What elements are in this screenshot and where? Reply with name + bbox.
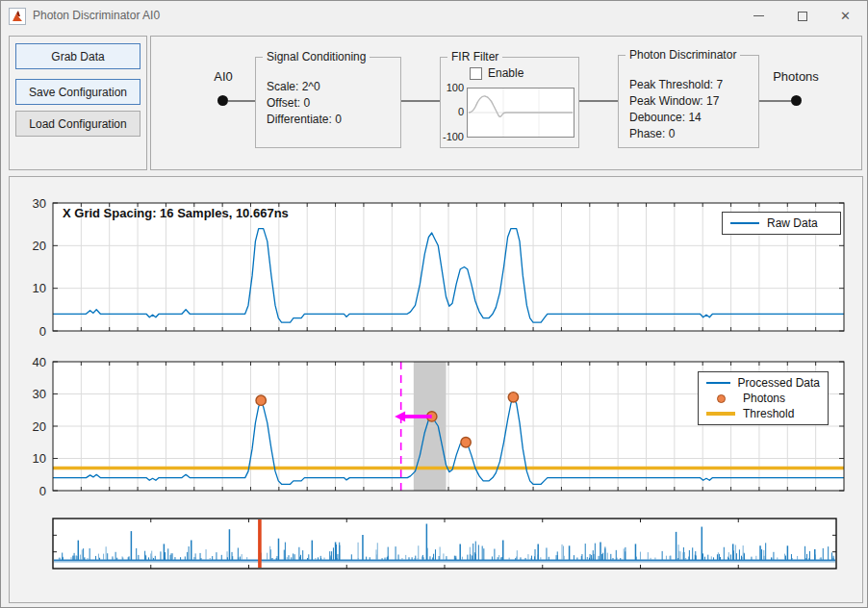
processed-plot-ytick: 30 [33, 387, 46, 401]
processed-legend-line [706, 382, 730, 384]
photon-marker[interactable] [256, 395, 266, 405]
differentiate-value: Differentiate: 0 [267, 112, 342, 128]
minimize-icon [753, 15, 764, 16]
photon-discriminator-group: Photon Discriminator Peak Threshold: 7 P… [618, 55, 759, 148]
raw-plot-ytick: 10 [33, 281, 46, 295]
raw-plot-ytick: 30 [33, 196, 46, 211]
input-node-dot [217, 95, 228, 106]
controls-panel: Grab Data Save Configuration Load Config… [9, 36, 147, 170]
offset-value: Offset: 0 [267, 95, 342, 112]
app-window: Photon Discriminator AI0 ✕ Grab Data Sav… [0, 0, 868, 608]
peak-threshold-value: Peak Threshold: 7 [629, 77, 723, 93]
threshold-legend-line [706, 412, 735, 416]
photon-marker[interactable] [508, 393, 518, 402]
close-button[interactable]: ✕ [824, 1, 867, 31]
fir-impulse-response-plot [467, 88, 574, 138]
load-configuration-button[interactable]: Load Configuration [15, 111, 140, 137]
fir-enable-checkbox[interactable] [470, 67, 482, 80]
photon-discriminator-title: Photon Discriminator [625, 48, 740, 62]
input-node-label: AI0 [205, 69, 242, 84]
fir-filter-title: FIR Filter [447, 50, 502, 63]
threshold-legend-label: Threshold [743, 407, 794, 420]
wire-discriminator-to-output [759, 100, 791, 102]
signal-conditioning-group: Signal Conditioning Scale: 2^0 Offset: 0… [255, 57, 401, 148]
maximize-icon [798, 12, 807, 21]
fir-enable-label: Enable [488, 66, 523, 80]
title-bar: Photon Discriminator AI0 ✕ [1, 1, 867, 31]
peak-window-value: Peak Window: 17 [629, 93, 723, 110]
plots-panel: 0102030010203040 X Grid Spacing: 16 Samp… [9, 176, 863, 603]
raw-plot-ytick: 0 [39, 324, 46, 339]
processed-legend-label: Processed Data [738, 376, 820, 390]
wire-conditioning-to-fir [401, 100, 440, 102]
zoom-window-band[interactable] [414, 362, 447, 491]
close-icon: ✕ [840, 9, 851, 23]
scale-value: Scale: 2^0 [267, 79, 342, 95]
window-controls: ✕ [737, 1, 867, 31]
window-title: Photon Discriminator AI0 [33, 9, 160, 22]
grid-spacing-annotation: X Grid Spacing: 16 Samples, 10.667ns [63, 206, 289, 220]
processed-plot-ytick: 0 [39, 484, 46, 498]
fir-filter-group: FIR Filter Enable 100 0 -100 [440, 57, 579, 148]
processed-plot-ytick: 40 [33, 355, 46, 369]
matlab-app-icon [9, 8, 26, 25]
debounce-value: Debounce: 14 [629, 110, 723, 126]
fir-ytick-neg100: -100 [439, 131, 464, 142]
minimize-button[interactable] [737, 1, 780, 31]
grab-data-button[interactable]: Grab Data [15, 43, 140, 69]
processed-plot-ytick: 20 [33, 419, 46, 434]
output-node-dot [791, 95, 802, 106]
maximize-button[interactable] [780, 1, 824, 31]
photons-legend-label: Photons [743, 392, 785, 405]
raw-data-legend-label: Raw Data [767, 216, 818, 230]
signal-conditioning-title: Signal Conditioning [263, 50, 370, 63]
photons-legend-marker [717, 394, 726, 403]
phase-value: Phase: 0 [629, 126, 723, 142]
wire-fir-to-discriminator [579, 100, 618, 102]
save-configuration-button[interactable]: Save Configuration [15, 79, 140, 105]
output-node-label: Photons [767, 69, 825, 84]
wire-input-to-conditioning [228, 100, 255, 102]
raw-data-legend-line [730, 222, 759, 224]
fir-ytick-100: 100 [439, 82, 464, 93]
fir-ytick-0: 0 [439, 106, 464, 117]
raw-data-legend[interactable]: Raw Data [722, 212, 841, 235]
pipeline-diagram-panel: AI0 Signal Conditioning Scale: 2^0 Offse… [150, 36, 862, 170]
processed-data-legend[interactable]: Processed Data Photons Threshold [698, 371, 829, 425]
raw-plot-ytick: 20 [33, 239, 46, 253]
processed-plot-ytick: 10 [33, 451, 46, 466]
photon-marker[interactable] [461, 438, 471, 447]
